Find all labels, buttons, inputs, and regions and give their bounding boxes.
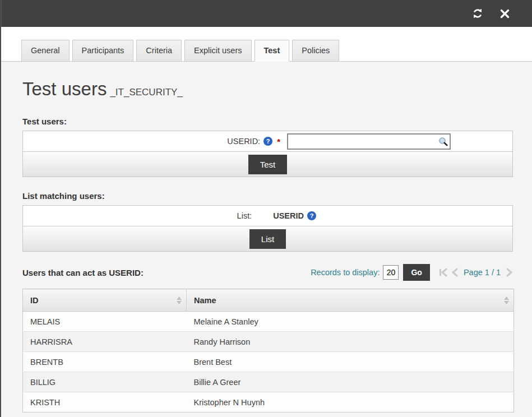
next-page-icon[interactable] [505,268,513,277]
table-row: MELAIS Melaine A Stanley [23,312,514,332]
userid-field-label: USERID: [227,137,260,146]
page-indicator: Page 1 / 1 [464,268,501,277]
cell-name: Melaine A Stanley [187,312,514,332]
close-icon[interactable] [500,9,510,18]
users-table: ID Name [22,289,514,413]
main-content: Test users_IT_SECURITY_ Test users: USER… [1,78,532,413]
test-button[interactable]: Test [248,155,288,174]
cell-id: BILLIG [23,372,187,392]
sort-icon [177,296,182,304]
help-icon[interactable]: ? [307,211,316,220]
list-matching-section-label: List matching users: [22,191,513,201]
test-button-bar: Test [23,151,512,177]
column-header-name[interactable]: Name [187,289,514,312]
cell-id: KRISTH [23,392,187,413]
cell-id: MELAIS [23,312,187,332]
table-row: KRISTH Kristopher N Huynh [23,392,514,413]
list-matching-panel: List: USERID ? List [22,205,513,252]
refresh-icon[interactable] [472,8,483,19]
tab-policies[interactable]: Policies [292,40,339,62]
window-titlebar [1,0,532,27]
tab-explicit-users[interactable]: Explicit users [184,40,251,62]
table-row: BRENTB Brent Best [23,352,514,372]
test-users-form-row: USERID: ? * [23,131,512,151]
column-header-id-label: ID [30,296,39,305]
list-form-row: List: USERID ? [23,206,512,226]
userid-input-wrap [287,133,451,150]
cell-id: HARRISRA [23,332,187,352]
table-header-row: ID Name [23,289,514,312]
list-button[interactable]: List [249,229,286,249]
pagination-controls: Records to display: Go Page 1 / 1 [311,264,513,281]
userid-input[interactable] [287,133,451,150]
tab-participants[interactable]: Participants [72,40,134,62]
results-header: Users that can act as USERID: Records to… [22,264,513,281]
page-subtitle: _IT_SECURITY_ [110,87,182,98]
tab-general[interactable]: General [21,40,70,62]
list-field-label: List: [237,211,252,220]
cell-name: Brent Best [187,352,514,372]
cell-name: Billie A Greer [187,372,514,392]
page-title: Test users_IT_SECURITY_ [22,78,513,100]
app-window: General Participants Criteria Explicit u… [0,0,532,417]
list-button-bar: List [23,226,512,251]
records-count-input[interactable] [383,265,399,280]
first-page-icon[interactable] [439,268,449,277]
tab-criteria[interactable]: Criteria [136,40,182,62]
test-users-section-label: Test users: [22,117,513,126]
prev-page-icon[interactable] [451,268,459,277]
help-icon[interactable]: ? [263,137,272,146]
column-header-id[interactable]: ID [23,289,187,312]
table-row: HARRISRA Randy Harrison [23,332,514,352]
table-row: BILLIG Billie A Greer [23,372,514,392]
page-title-text: Test users [22,78,107,99]
sort-icon [504,296,509,304]
records-to-display-label: Records to display: [311,268,380,277]
list-field-value: USERID [273,211,304,220]
go-button[interactable]: Go [403,264,429,281]
cell-name: Randy Harrison [187,332,514,352]
cell-name: Kristopher N Huynh [187,392,514,413]
tab-bar: General Participants Criteria Explicit u… [1,27,532,62]
test-users-panel: USERID: ? * Test [22,131,513,177]
cell-id: BRENTB [23,352,187,372]
results-section-label: Users that can act as USERID: [22,268,144,277]
column-header-name-label: Name [194,296,216,305]
tab-test[interactable]: Test [255,40,290,62]
required-marker: * [277,137,280,146]
